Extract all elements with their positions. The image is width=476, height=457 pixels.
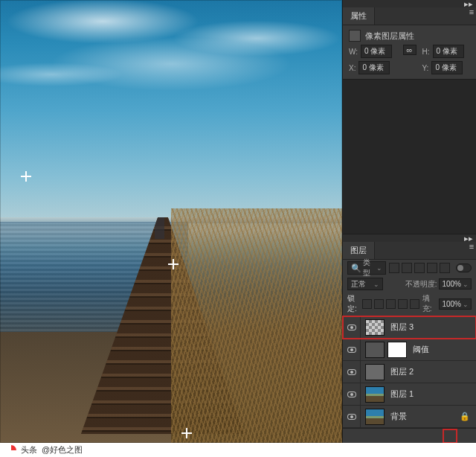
layer-thumb <box>365 342 385 358</box>
pixel-layer-glyph-icon <box>349 30 361 42</box>
eye-icon <box>347 325 356 330</box>
shape-filter-icon[interactable] <box>427 263 437 273</box>
layer-name[interactable]: 背景 <box>390 411 407 422</box>
layer-row[interactable]: 图层 3 <box>343 316 476 339</box>
panel-menu-icon[interactable]: ≡ <box>467 242 476 251</box>
width-label: W: <box>349 48 358 56</box>
fx-icon[interactable] <box>379 431 390 441</box>
smart-filter-icon[interactable] <box>440 263 450 273</box>
fill-input[interactable]: 100%⌄ <box>439 298 472 310</box>
crop-bounds[interactable] <box>0 0 342 443</box>
lock-position-icon[interactable] <box>374 299 384 309</box>
visibility-toggle[interactable] <box>343 339 361 360</box>
tab-properties[interactable]: 属性 <box>343 7 375 25</box>
layer-name[interactable]: 图层 2 <box>390 366 414 377</box>
lock-label: 锁定: <box>347 293 359 314</box>
lock-artboard-icon[interactable] <box>386 299 396 309</box>
eye-icon <box>347 369 356 375</box>
layer-thumb <box>365 364 385 380</box>
eye-icon <box>347 347 356 353</box>
trash-icon[interactable] <box>461 431 472 441</box>
link-layers-icon[interactable] <box>363 431 373 441</box>
chevron-down-icon[interactable] <box>410 299 419 309</box>
document-canvas[interactable] <box>0 0 342 443</box>
new-layer-icon[interactable] <box>445 431 455 441</box>
blend-mode-select[interactable]: 正常⌄ <box>347 278 383 290</box>
layer-name[interactable]: 阈值 <box>413 344 429 355</box>
eye-icon <box>347 392 356 397</box>
layer-list: 图层 3阈值图层 2图层 1背景🔒 <box>343 316 476 428</box>
properties-panel: ▸▸ 属性 ≡ 像素图层属性 W: 0 像素 ∞ H: <box>343 0 476 79</box>
layer-name[interactable]: 图层 1 <box>390 389 414 400</box>
watermark: 头条 @好色之图 <box>0 443 476 457</box>
lock-icon: 🔒 <box>460 412 470 421</box>
x-input[interactable]: 0 像素 <box>358 61 390 74</box>
toutiao-logo-icon <box>6 445 16 456</box>
link-size-icon[interactable]: ∞ <box>403 45 416 55</box>
layer-thumb <box>365 409 385 425</box>
layer-name[interactable]: 图层 3 <box>390 322 414 333</box>
filter-toggle[interactable] <box>456 263 472 272</box>
group-icon[interactable] <box>428 431 439 441</box>
image-filter-icon[interactable] <box>389 263 399 273</box>
y-label: Y: <box>422 64 429 72</box>
x-label: X: <box>349 64 356 72</box>
mask-icon[interactable] <box>396 431 406 441</box>
layer-row[interactable]: 背景🔒 <box>343 406 476 428</box>
panel-menu-icon[interactable]: ≡ <box>467 7 476 16</box>
layer-row[interactable]: 阈值 <box>343 339 476 361</box>
height-input[interactable]: 0 像素 <box>433 45 464 58</box>
y-input[interactable]: 0 像素 <box>431 61 463 74</box>
mask-thumb <box>387 342 407 358</box>
visibility-toggle[interactable] <box>343 383 361 405</box>
layer-row[interactable]: 图层 1 <box>343 383 476 406</box>
visibility-toggle[interactable] <box>343 406 361 427</box>
width-input[interactable]: 0 像素 <box>361 45 392 58</box>
layer-row[interactable]: 图层 2 <box>343 361 476 383</box>
layers-panel: ▸▸ 图层 ≡ 🔍 类型 ⌄ 正常⌄ 不透明度: <box>343 234 476 443</box>
visibility-toggle[interactable] <box>343 361 361 383</box>
properties-subtitle: 像素图层属性 <box>365 31 414 42</box>
adjustment-filter-icon[interactable] <box>402 263 412 273</box>
lock-all-icon[interactable] <box>398 299 408 309</box>
opacity-input[interactable]: 100%⌄ <box>439 278 472 290</box>
text-filter-icon[interactable] <box>414 263 425 273</box>
layer-thumb <box>365 319 385 336</box>
lock-pixels-icon[interactable] <box>362 299 372 309</box>
visibility-toggle[interactable] <box>343 316 361 338</box>
layer-filter-kind[interactable]: 🔍 类型 ⌄ <box>347 261 386 275</box>
chevron-down-icon: ⌄ <box>376 264 382 272</box>
tab-layers[interactable]: 图层 <box>343 242 375 259</box>
adjustment-icon[interactable] <box>412 431 422 441</box>
layer-thumb <box>365 386 385 403</box>
eye-icon <box>347 414 356 420</box>
opacity-label: 不透明度: <box>405 279 437 290</box>
height-label: H: <box>422 48 430 56</box>
fill-label: 填充: <box>422 293 434 314</box>
search-icon: 🔍 <box>351 263 361 273</box>
